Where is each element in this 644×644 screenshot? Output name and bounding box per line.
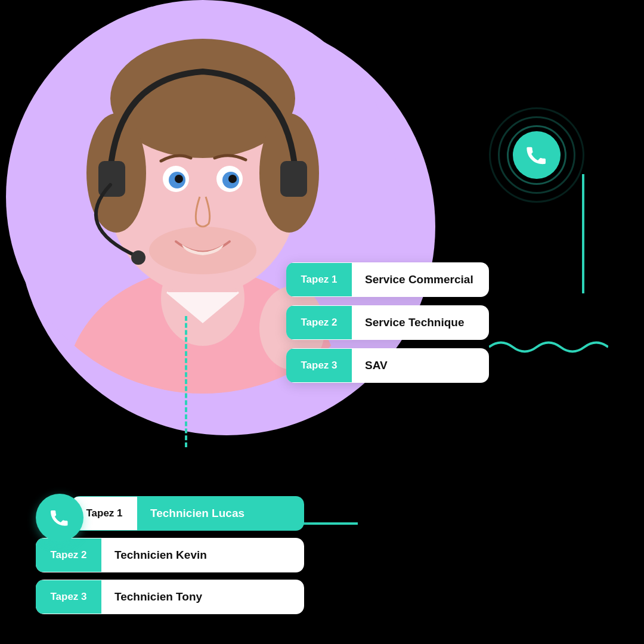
menu-label-1: Service Commercial <box>352 262 487 297</box>
svg-rect-15 <box>98 161 125 197</box>
main-menu: Tapez 1 Service Commercial Tapez 2 Servi… <box>286 262 489 383</box>
menu-label-2: Service Technique <box>352 305 478 340</box>
tech-card-3: Tapez 3 Technicien Tony <box>36 580 304 614</box>
menu-badge-3: Tapez 3 <box>286 349 352 382</box>
person-avatar <box>0 0 405 453</box>
menu-label-3: SAV <box>352 348 401 383</box>
menu-card-2: Tapez 2 Service Technique <box>286 305 489 340</box>
dashed-vertical-line <box>185 316 187 447</box>
wavy-line <box>489 335 608 353</box>
menu-card-1: Tapez 1 Service Commercial <box>286 262 489 297</box>
tech-badge-3: Tapez 3 <box>36 580 101 614</box>
tech-label-3: Technicien Tony <box>101 580 215 614</box>
svg-point-13 <box>228 175 237 183</box>
phone-left-icon <box>49 507 70 528</box>
phone-icon <box>525 143 549 167</box>
tech-card-2: Tapez 2 Technicien Kevin <box>36 538 304 572</box>
tech-label-2: Technicien Kevin <box>101 538 220 572</box>
tech-card-1: Tapez 1 Technicien Lucas <box>72 496 304 531</box>
svg-point-12 <box>175 175 183 183</box>
phone-left-circle[interactable] <box>36 494 83 541</box>
scene: Tapez 1 Service Commercial Tapez 2 Servi… <box>0 0 644 644</box>
svg-point-14 <box>149 227 256 274</box>
phone-rings-group <box>489 107 584 203</box>
menu-badge-2: Tapez 2 <box>286 306 352 339</box>
phone-circle-icon[interactable] <box>513 131 561 179</box>
tech-badge-2: Tapez 2 <box>36 538 101 572</box>
menu-badge-1: Tapez 1 <box>286 263 352 296</box>
tech-label-1: Technicien Lucas <box>137 496 258 531</box>
svg-rect-16 <box>280 161 307 197</box>
svg-point-17 <box>131 250 145 265</box>
menu-card-3: Tapez 3 SAV <box>286 348 489 383</box>
